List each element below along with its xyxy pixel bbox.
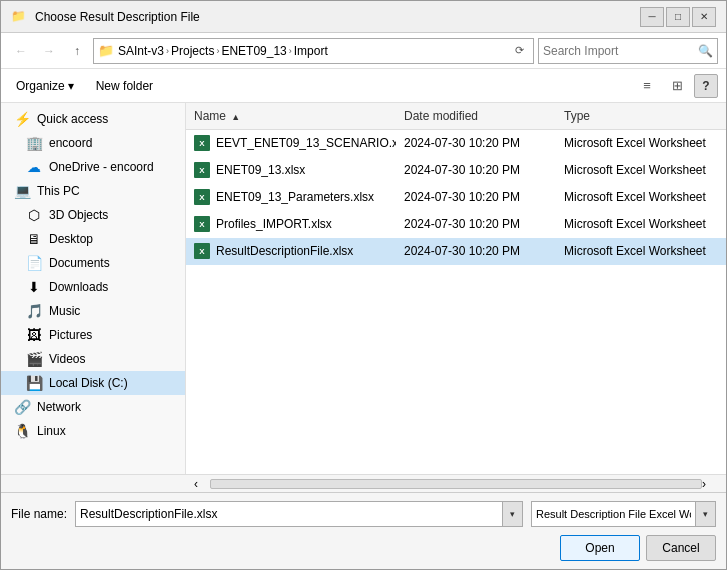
documents-label: Documents — [49, 256, 110, 270]
refresh-button[interactable]: ⟳ — [509, 41, 529, 61]
dialog-icon: 📁 — [11, 9, 27, 25]
this-pc-icon: 💻 — [13, 183, 31, 199]
file-name-cell: X ENET09_13.xlsx — [186, 160, 396, 180]
desktop-label: Desktop — [49, 232, 93, 246]
view-button-1[interactable]: ≡ — [634, 74, 660, 98]
address-part-4: Import — [294, 44, 328, 58]
up-button[interactable]: ↑ — [65, 39, 89, 63]
search-box: 🔍 — [538, 38, 718, 64]
sidebar-item-downloads[interactable]: ⬇ Downloads — [1, 275, 185, 299]
table-row[interactable]: X ENET09_13.xlsx 2024-07-30 10:20 PM Mic… — [186, 157, 726, 184]
view-button-2[interactable]: ⊞ — [664, 74, 690, 98]
column-date-label: Date modified — [404, 109, 478, 123]
file-date-cell: 2024-07-30 10:20 PM — [396, 215, 556, 233]
organize-button[interactable]: Organize ▾ — [9, 75, 81, 97]
file-name-text: ENET09_13.xlsx — [216, 163, 305, 177]
sidebar-item-pictures[interactable]: 🖼 Pictures — [1, 323, 185, 347]
music-icon: 🎵 — [25, 303, 43, 319]
scroll-left-btn[interactable]: ‹ — [194, 477, 210, 491]
address-part-4-text: Import — [294, 44, 328, 58]
sidebar-item-this-pc[interactable]: 💻 This PC — [1, 179, 185, 203]
videos-icon: 🎬 — [25, 351, 43, 367]
address-chevron-2: › — [216, 46, 219, 56]
file-name-text: ENET09_13_Parameters.xlsx — [216, 190, 374, 204]
sidebar-item-3d-objects[interactable]: ⬡ 3D Objects — [1, 203, 185, 227]
forward-button[interactable]: → — [37, 39, 61, 63]
address-chevron-3: › — [289, 46, 292, 56]
footer-row1: File name: ▾ ▾ — [11, 501, 716, 527]
sidebar-item-local-disk[interactable]: 💾 Local Disk (C:) — [1, 371, 185, 395]
pictures-label: Pictures — [49, 328, 92, 342]
sidebar-item-encoord[interactable]: 🏢 encoord — [1, 131, 185, 155]
address-toolbar: ← → ↑ 📁 SAInt-v3 › Projects › ENET09_13 … — [1, 33, 726, 69]
title-bar-buttons: ─ □ ✕ — [640, 7, 716, 27]
table-row[interactable]: X ENET09_13_Parameters.xlsx 2024-07-30 1… — [186, 184, 726, 211]
title-bar-left: 📁 Choose Result Description File — [11, 9, 200, 25]
excel-icon: X — [194, 189, 210, 205]
organize-label: Organize — [16, 79, 65, 93]
videos-label: Videos — [49, 352, 85, 366]
onedrive-icon: ☁ — [25, 159, 43, 175]
address-chevron-1: › — [166, 46, 169, 56]
sidebar-item-music[interactable]: 🎵 Music — [1, 299, 185, 323]
excel-icon: X — [194, 135, 210, 151]
column-header-type[interactable]: Type — [556, 107, 726, 125]
table-row[interactable]: X Profiles_IMPORT.xlsx 2024-07-30 10:20 … — [186, 211, 726, 238]
search-icon[interactable]: 🔍 — [698, 44, 713, 58]
encoord-label: encoord — [49, 136, 92, 150]
column-header-name[interactable]: Name ▲ — [186, 107, 396, 125]
excel-icon: X — [194, 243, 210, 259]
maximize-button[interactable]: □ — [666, 7, 690, 27]
scroll-right-btn[interactable]: › — [702, 477, 718, 491]
address-bar[interactable]: 📁 SAInt-v3 › Projects › ENET09_13 › Impo… — [93, 38, 534, 64]
file-type-cell: Microsoft Excel Worksheet — [556, 188, 726, 206]
table-row[interactable]: X EEVT_ENET09_13_SCENARIO.xlsx 2024-07-3… — [186, 130, 726, 157]
horizontal-scrollbar[interactable] — [210, 479, 702, 489]
column-type-label: Type — [564, 109, 590, 123]
file-date-cell: 2024-07-30 10:20 PM — [396, 134, 556, 152]
address-part-1-text: SAInt-v3 — [118, 44, 164, 58]
close-button[interactable]: ✕ — [692, 7, 716, 27]
sidebar-item-onedrive[interactable]: ☁ OneDrive - encoord — [1, 155, 185, 179]
minimize-button[interactable]: ─ — [640, 7, 664, 27]
filename-input[interactable] — [76, 507, 502, 521]
file-name-text: ResultDescriptionFile.xlsx — [216, 244, 353, 258]
sidebar-item-desktop[interactable]: 🖥 Desktop — [1, 227, 185, 251]
file-list-header: Name ▲ Date modified Type — [186, 103, 726, 130]
pictures-icon: 🖼 — [25, 327, 43, 343]
address-part-2-text: Projects — [171, 44, 214, 58]
file-name-cell: X Profiles_IMPORT.xlsx — [186, 214, 396, 234]
filetype-input[interactable] — [532, 508, 695, 520]
desktop-icon: 🖥 — [25, 231, 43, 247]
search-input[interactable] — [543, 44, 698, 58]
footer-row2: Open Cancel — [11, 535, 716, 561]
file-type-cell: Microsoft Excel Worksheet — [556, 242, 726, 260]
back-button[interactable]: ← — [9, 39, 33, 63]
address-parts: SAInt-v3 › Projects › ENET09_13 › Import — [118, 44, 505, 58]
local-disk-icon: 💾 — [25, 375, 43, 391]
sidebar-item-videos[interactable]: 🎬 Videos — [1, 347, 185, 371]
main-content: ⚡ Quick access 🏢 encoord ☁ OneDrive - en… — [1, 103, 726, 474]
sidebar-item-linux[interactable]: 🐧 Linux — [1, 419, 185, 443]
table-row[interactable]: X ResultDescriptionFile.xlsx 2024-07-30 … — [186, 238, 726, 265]
organize-toolbar: Organize ▾ New folder ≡ ⊞ ? — [1, 69, 726, 103]
file-date-cell: 2024-07-30 10:20 PM — [396, 242, 556, 260]
toolbar2-right: ≡ ⊞ ? — [634, 74, 718, 98]
open-button[interactable]: Open — [560, 535, 640, 561]
sidebar-item-quick-access[interactable]: ⚡ Quick access — [1, 107, 185, 131]
network-label: Network — [37, 400, 81, 414]
filename-dropdown-button[interactable]: ▾ — [502, 502, 522, 526]
sidebar-item-documents[interactable]: 📄 Documents — [1, 251, 185, 275]
sidebar-item-network[interactable]: 🔗 Network — [1, 395, 185, 419]
cancel-button[interactable]: Cancel — [646, 535, 716, 561]
filetype-dropdown-button[interactable]: ▾ — [695, 502, 715, 526]
column-header-date[interactable]: Date modified — [396, 107, 556, 125]
new-folder-button[interactable]: New folder — [87, 75, 162, 97]
onedrive-label: OneDrive - encoord — [49, 160, 154, 174]
quick-access-icon: ⚡ — [13, 111, 31, 127]
linux-label: Linux — [37, 424, 66, 438]
help-button[interactable]: ? — [694, 74, 718, 98]
file-date-cell: 2024-07-30 10:20 PM — [396, 161, 556, 179]
title-bar: 📁 Choose Result Description File ─ □ ✕ — [1, 1, 726, 33]
address-part-3: ENET09_13 › — [221, 44, 291, 58]
